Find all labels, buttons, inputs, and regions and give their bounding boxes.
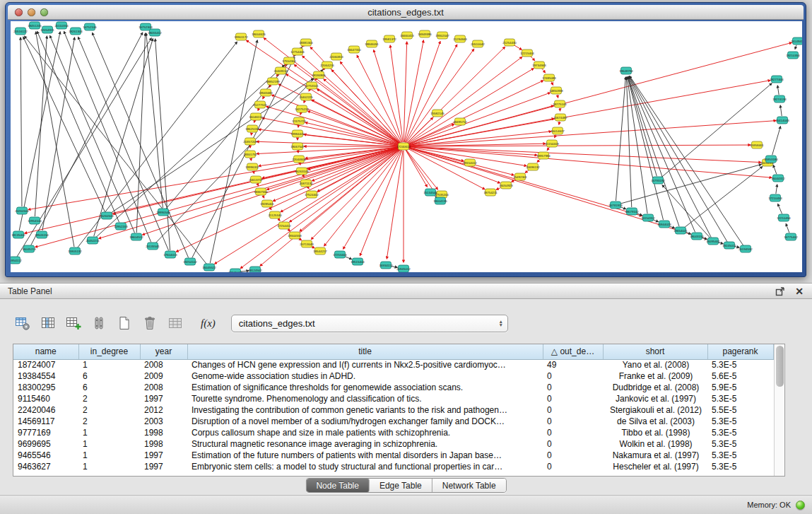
graph-node[interactable]: 16095402 <box>706 238 720 245</box>
cell-year[interactable]: 2008 <box>140 382 187 393</box>
graph-edge[interactable] <box>23 37 105 211</box>
cell-outdeg[interactable]: 0 <box>543 416 603 427</box>
graph-node[interactable]: 19505154 <box>35 231 49 238</box>
graph-edge[interactable] <box>302 56 401 144</box>
graph-node[interactable]: 20409114 <box>273 67 288 74</box>
graph-node[interactable]: 12210454 <box>777 214 791 221</box>
graph-edge[interactable] <box>308 187 309 189</box>
cell-indeg[interactable]: 1 <box>78 438 140 450</box>
cell-outdeg[interactable]: 0 <box>543 450 603 461</box>
cell-indeg[interactable]: 2 <box>78 404 140 416</box>
graph-edge[interactable] <box>776 185 777 194</box>
graph-edge[interactable] <box>343 150 401 249</box>
graph-node[interactable]: 20954112 <box>11 257 22 264</box>
graph-node[interactable]: 18124502 <box>248 267 262 272</box>
graph-node[interactable]: 20357209 <box>243 138 257 145</box>
graph-node[interactable]: 10674487 <box>553 114 567 121</box>
graph-node[interactable]: 22044604 <box>292 156 306 163</box>
graph-node[interactable]: 15953184 <box>764 156 778 163</box>
graph-node[interactable]: 17253404 <box>333 251 347 258</box>
graph-node[interactable]: 18277404 <box>770 76 784 83</box>
cell-name[interactable]: 9115460 <box>13 393 78 404</box>
graph-node[interactable]: 16046112 <box>249 113 263 120</box>
graph-node[interactable]: 18261304 <box>69 28 83 35</box>
graph-edge[interactable] <box>36 32 74 247</box>
cell-title[interactable]: Estimation of the future numbers of pati… <box>187 450 543 461</box>
cell-outdeg[interactable]: 0 <box>543 438 603 450</box>
graph-edge[interactable] <box>547 147 549 151</box>
graph-edge[interactable] <box>263 96 264 98</box>
graph-node[interactable]: 15134545 <box>423 189 437 196</box>
cell-year[interactable]: 2012 <box>140 404 187 416</box>
graph-node[interactable]: 21277515 <box>253 101 267 108</box>
graph-node[interactable]: 22064216 <box>320 62 334 69</box>
cell-outdeg[interactable]: 0 <box>543 393 603 404</box>
graph-edge[interactable] <box>407 57 522 144</box>
graph-edge[interactable] <box>307 111 399 145</box>
graph-node[interactable]: 17524402 <box>305 191 319 198</box>
graph-edge[interactable] <box>20 37 22 206</box>
cell-outdeg[interactable]: 0 <box>543 461 603 472</box>
cell-title[interactable]: Changes of HCN gene expression and I(f) … <box>187 359 543 370</box>
cell-pagerank[interactable]: 5.3E-5 <box>707 438 773 450</box>
graph-edge[interactable] <box>294 64 400 144</box>
graph-node[interactable]: 25260503 <box>100 212 114 219</box>
graph-node[interactable]: 15905132 <box>68 247 82 255</box>
delete-table-icon[interactable] <box>140 313 160 333</box>
graph-node[interactable]: 18004626 <box>252 30 266 37</box>
cell-year[interactable]: 1997 <box>140 393 187 404</box>
graph-edge[interactable] <box>778 204 782 214</box>
cell-indeg[interactable]: 1 <box>78 461 140 472</box>
graph-node[interactable]: 18846051 <box>365 40 379 47</box>
cell-indeg[interactable]: 1 <box>78 450 140 461</box>
table-scrollbar-thumb[interactable] <box>776 346 784 387</box>
cell-name[interactable]: 9777169 <box>13 427 78 438</box>
graph-node[interactable]: 15582145 <box>430 110 445 117</box>
graph-edge[interactable] <box>273 148 399 201</box>
graph-node[interactable]: 20110354 <box>54 22 69 29</box>
graph-edge[interactable] <box>300 163 300 165</box>
graph-node[interactable]: 19274134 <box>772 95 787 103</box>
table-row[interactable]: 1830029562008Estimation of significance … <box>13 382 773 393</box>
cell-short[interactable]: Yano et al. (2008) <box>603 359 707 370</box>
cell-pagerank[interactable]: 5.3E-5 <box>707 461 773 472</box>
graph-node[interactable]: 19515404 <box>351 258 365 265</box>
cell-outdeg[interactable]: 0 <box>543 404 603 416</box>
graph-node[interactable]: 21154409 <box>545 140 559 147</box>
cell-short[interactable]: Franke et al. (2009) <box>603 370 707 382</box>
graph-node[interactable]: 16014627 <box>551 127 565 134</box>
graph-node[interactable]: 20713049 <box>300 240 314 247</box>
graph-node[interactable]: 20260504 <box>15 207 29 214</box>
graph-edge[interactable] <box>304 101 305 103</box>
graph-node[interactable]: 16934112 <box>379 262 393 269</box>
row-height-icon[interactable] <box>89 313 109 333</box>
graph-node[interactable]: 18055412 <box>148 29 162 36</box>
graph-node[interactable]: 16044312 <box>771 175 785 182</box>
graph-node[interactable]: 15958401 <box>750 141 764 148</box>
graph-edge[interactable] <box>558 95 558 98</box>
graph-node[interactable]: 12754406 <box>290 48 305 55</box>
graph-node[interactable]: 16944023 <box>657 221 671 228</box>
graph-edge[interactable] <box>786 223 789 233</box>
graph-edge[interactable] <box>777 86 779 95</box>
cell-outdeg[interactable]: 0 <box>543 382 603 393</box>
cell-name[interactable]: 18300295 <box>13 382 78 393</box>
graph-node[interactable]: 19154012 <box>463 159 477 166</box>
close-panel-icon[interactable]: ✕ <box>795 285 804 298</box>
graph-node[interactable]: 20871132 <box>299 180 313 187</box>
cell-title[interactable]: Estimation of significance thresholds fo… <box>187 382 543 393</box>
import-table-icon[interactable] <box>165 313 185 333</box>
graph-node[interactable]: 16054923 <box>499 182 513 189</box>
cell-pagerank[interactable]: 5.6E-5 <box>707 370 773 382</box>
column-header-name[interactable]: name <box>13 344 78 359</box>
table-scrollbar[interactable] <box>774 344 785 476</box>
graph-node[interactable]: 18495712 <box>453 118 467 125</box>
graph-edge[interactable] <box>300 113 301 115</box>
cell-year[interactable]: 1997 <box>140 461 187 472</box>
graph-edge[interactable] <box>408 148 642 216</box>
graph-edge[interactable] <box>257 141 399 146</box>
graph-edge[interactable] <box>406 150 427 187</box>
cell-title[interactable]: Tourette syndrome. Phenomenology and cla… <box>187 393 543 404</box>
network-window-titlebar[interactable]: citations_edges.txt <box>8 5 804 20</box>
graph-node[interactable]: 18625154 <box>245 125 259 132</box>
